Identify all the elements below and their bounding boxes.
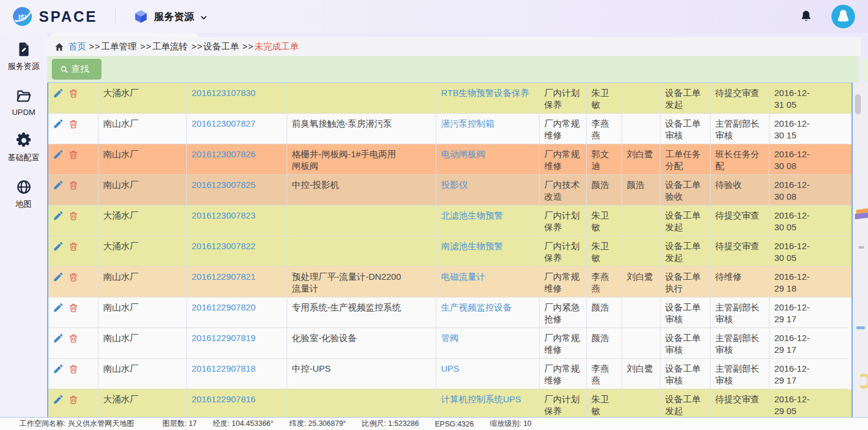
breadcrumb-home-link[interactable]: 首页 [68,41,86,52]
delete-trash-icon[interactable] [68,303,78,313]
edit-pencil-icon[interactable] [53,88,63,98]
type-cell: 厂内计划保养 [540,236,587,267]
type-cell: 厂内常规维修 [540,114,587,144]
step-cell: 设备工单发起 [660,389,711,420]
sidebar-item-3[interactable]: 基础配置 [0,124,47,171]
plant-cell: 南山水厂 [98,359,187,389]
delete-trash-icon[interactable] [68,180,78,190]
device-link[interactable]: 电磁流量计 [436,267,540,297]
edit-pencil-icon[interactable] [53,303,63,313]
device-link[interactable]: 生产视频监控设备 [436,297,540,328]
edit-pencil-icon[interactable] [53,333,63,343]
time-cell: 2016-12-29 18 [770,267,849,297]
order-no-link[interactable]: 2016123007823 [187,206,287,236]
edit-pencil-icon[interactable] [53,272,63,282]
owner-cell: 朱卫敏 [587,83,622,114]
delete-trash-icon[interactable] [68,88,78,98]
order-no-link[interactable]: 2016123007822 [187,236,287,267]
device-link[interactable]: 南滤池生物预警 [436,236,540,267]
device-link[interactable]: 北滤池生物预警 [436,206,540,236]
edit-pencil-icon[interactable] [53,395,63,405]
order-no-link[interactable]: 2016122907821 [187,267,287,297]
table-row: 大涌水厂2016123007823北滤池生物预警厂内计划保养朱卫敏设备工单发起待… [48,206,851,236]
device-link[interactable]: 管阀 [436,328,540,359]
delete-trash-icon[interactable] [68,364,78,374]
location-cell: 中控-投影机 [287,175,436,206]
breadcrumb-item[interactable]: 工单流转 [152,41,188,51]
gear-icon [16,133,32,148]
map-status-bar: 工作空间名称: 兴义供水管网天地图图层数: 17经度: 104.453366°纬… [0,417,868,430]
device-link[interactable]: 潜污泵控制箱 [436,114,540,144]
status-cell: 待提交审查 [711,83,770,114]
order-no-link[interactable]: 2016123007826 [187,144,287,175]
brand-text: SPACE [39,8,97,25]
delete-trash-icon[interactable] [68,395,78,405]
device-link[interactable]: RTB生物预警设备保养 [436,83,540,114]
owner-cell: 郭文迪 [587,144,622,175]
assignee-cell [622,83,660,114]
avatar[interactable] [831,5,855,28]
status-cell: 班长任务分配 [711,144,770,175]
statusbar-item: 纬度: 25.306879° [290,419,346,429]
edit-pencil-icon[interactable] [53,211,63,221]
delete-trash-icon[interactable] [68,150,78,160]
delete-trash-icon[interactable] [68,272,78,282]
delete-trash-icon[interactable] [68,242,78,252]
app-selector[interactable]: 服务资源 [133,9,208,24]
order-no-link[interactable]: 2016123107830 [187,83,287,114]
scrollbar-thumb[interactable] [855,94,861,114]
time-cell: 2016-12-30 08 [770,175,849,206]
sidebar-item-1[interactable]: 服务资源 [0,33,47,80]
time-cell: 2016-12-29 17 [770,328,849,359]
order-no-link[interactable]: 2016122907818 [187,359,287,389]
location-cell: 化验室-化验设备 [287,328,436,359]
order-no-link[interactable]: 2016122907816 [187,389,287,420]
plant-cell: 南山水厂 [98,175,187,206]
edit-pencil-icon[interactable] [53,242,63,252]
delete-trash-icon[interactable] [68,333,78,343]
sidebar-item-2[interactable]: UPDM [0,80,47,124]
owner-cell: 颜浩 [587,328,622,359]
edit-pencil-icon[interactable] [53,364,63,374]
device-link[interactable]: UPS [436,359,540,389]
edit-pencil-icon[interactable] [53,180,63,190]
plant-cell: 南山水厂 [98,297,187,328]
owner-cell: 颜浩 [587,175,622,206]
time-cell: 2016-12-30 05 [770,236,849,267]
order-no-link[interactable]: 2016123007827 [187,114,287,144]
step-cell: 设备工单发起 [660,236,711,267]
device-link[interactable]: 投影仪 [436,175,540,206]
edit-pencil-icon[interactable] [53,119,63,129]
row-actions [48,175,98,206]
home-icon[interactable] [54,42,64,52]
delete-trash-icon[interactable] [68,211,78,221]
status-cell: 主管副部长审核 [711,297,770,328]
device-link[interactable]: 计算机控制系统UPS [436,389,540,420]
time-cell: 2016-12-31 05 [770,83,849,114]
panel-handle[interactable] [861,59,868,81]
device-link[interactable]: 电动闸板阀 [436,144,540,175]
sidebar-item-label: 基础配置 [8,153,40,163]
sidebar-item-4[interactable]: 地图 [0,171,47,217]
plant-cell: 大涌水厂 [98,83,187,114]
assignee-cell: 颜浩 [622,175,660,206]
statusbar-item: 经度: 104.453366° [213,419,274,429]
order-no-link[interactable]: 2016123007825 [187,175,287,206]
order-no-link[interactable]: 2016122907819 [187,328,287,359]
plant-cell: 南山水厂 [98,144,187,175]
work-order-table: 大涌水厂2016123107830RTB生物预警设备保养厂内计划保养朱卫敏设备工… [47,82,853,430]
search-button[interactable]: 查找 [52,59,101,80]
table-row: 南山水厂2016122907818中控-UPSUPS厂内常规维修李燕燕刘白鹭设备… [48,359,851,389]
order-no-link[interactable]: 2016122907820 [187,297,287,328]
time-cell: 2016-12-29 05 [770,389,849,420]
breadcrumb-item[interactable]: 工单管理 [101,41,137,51]
folder-icon [16,88,32,104]
sidebar-item-label: 服务资源 [8,61,40,72]
assignee-cell: 刘白鹭 [622,267,660,297]
row-actions [48,389,98,420]
row-actions [48,236,98,267]
bell-icon[interactable] [800,9,813,24]
edit-pencil-icon[interactable] [53,150,63,160]
breadcrumb-item[interactable]: 设备工单 [203,41,239,51]
delete-trash-icon[interactable] [68,119,78,129]
